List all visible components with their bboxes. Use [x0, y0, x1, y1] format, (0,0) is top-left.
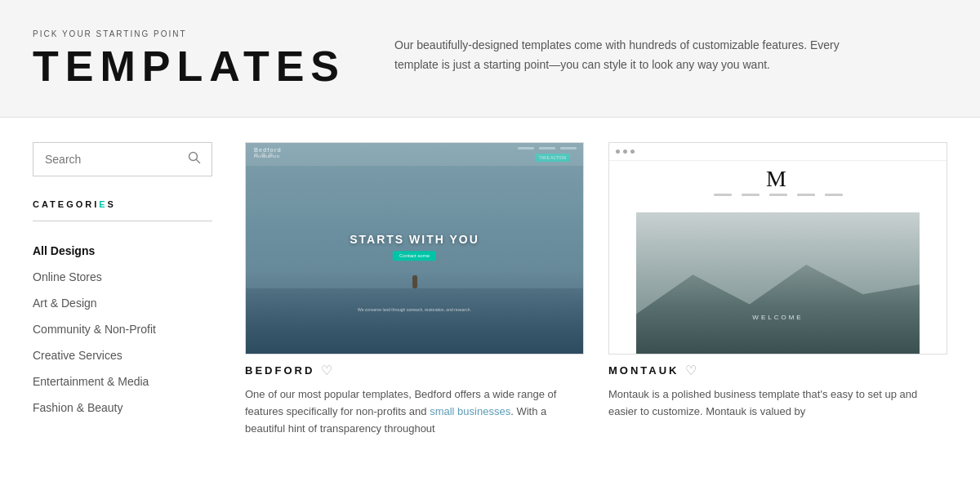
- montauk-nav-bar: [609, 143, 947, 161]
- montauk-nav: [714, 194, 843, 196]
- header-subtitle: PICK YOUR STARTING POINT: [33, 29, 345, 38]
- montauk-name-row: MONTAUK ♡: [608, 363, 947, 378]
- sidebar-item-all-designs[interactable]: All Designs: [33, 238, 212, 264]
- bedford-body-text: We conserve land through outreach, resto…: [279, 307, 549, 314]
- bedford-hero: STARTS WITH YOU Contact some: [350, 233, 479, 261]
- header-description: Our beautifully-designed templates come …: [394, 29, 852, 75]
- template-grid: BedfordFOUNDATION TAKE ACTION STARTS WIT…: [245, 142, 947, 437]
- categories-list: All Designs Online Stores Art & Design C…: [33, 238, 212, 421]
- montauk-description: Montauk is a polished business template …: [608, 386, 947, 421]
- sidebar-item-entertainment[interactable]: Entertainment & Media: [33, 368, 212, 395]
- montauk-mountains: [636, 255, 920, 354]
- bedford-reflection: [246, 288, 583, 354]
- header-left: PICK YOUR STARTING POINT TEMPLATES: [33, 29, 345, 87]
- bedford-name-row: BEDFORD ♡: [245, 363, 584, 378]
- main-content: CATEGORIES All Designs Online Stores Art…: [0, 118, 980, 462]
- search-box[interactable]: [33, 142, 212, 176]
- page-title: TEMPLATES: [33, 45, 345, 87]
- montauk-logo: M: [766, 166, 790, 192]
- bedford-hero-title: STARTS WITH YOU: [350, 233, 479, 246]
- montauk-preview[interactable]: M WELCOME: [608, 142, 947, 355]
- sidebar-item-community[interactable]: Community & Non-Profit: [33, 316, 212, 342]
- sidebar-divider: [33, 221, 212, 221]
- search-input[interactable]: [45, 153, 188, 166]
- search-icon[interactable]: [188, 151, 201, 167]
- sidebar: CATEGORIES All Designs Online Stores Art…: [33, 142, 212, 437]
- bedford-favorite-icon[interactable]: ♡: [321, 363, 332, 378]
- montauk-welcome: WELCOME: [752, 314, 803, 321]
- m-nav-1: [714, 194, 732, 196]
- svg-line-1: [197, 160, 200, 163]
- montauk-name: MONTAUK: [608, 364, 679, 377]
- mdot1: [616, 149, 620, 154]
- m-nav-5: [825, 194, 843, 196]
- bedford-link[interactable]: small businesses: [430, 405, 510, 417]
- bedford-figure: [412, 275, 417, 288]
- sidebar-item-art-design[interactable]: Art & Design: [33, 290, 212, 316]
- categories-label: CATEGORIES: [33, 199, 212, 209]
- bedford-name: BEDFORD: [245, 364, 314, 377]
- montauk-image: WELCOME: [636, 212, 920, 354]
- bedford-hero-btn[interactable]: Contact some: [393, 251, 436, 261]
- categories-highlight: E: [99, 199, 107, 209]
- m-nav-3: [769, 194, 787, 196]
- bedford-description: One of our most popular templates, Bedfo…: [245, 386, 584, 437]
- mdot2: [623, 149, 627, 154]
- template-card-bedford: BedfordFOUNDATION TAKE ACTION STARTS WIT…: [245, 142, 584, 437]
- m-nav-2: [742, 194, 760, 196]
- m-nav-4: [797, 194, 815, 196]
- bedford-preview[interactable]: BedfordFOUNDATION TAKE ACTION STARTS WIT…: [245, 142, 584, 355]
- sidebar-item-creative[interactable]: Creative Services: [33, 342, 212, 368]
- page-header: PICK YOUR STARTING POINT TEMPLATES Our b…: [0, 0, 980, 118]
- montauk-favorite-icon[interactable]: ♡: [685, 363, 697, 378]
- template-card-montauk: M WELCOME MONTAUK ♡ Montauk is a polishe…: [608, 142, 947, 437]
- sidebar-item-online-stores[interactable]: Online Stores: [33, 264, 212, 290]
- sidebar-item-fashion[interactable]: Fashion & Beauty: [33, 395, 212, 421]
- mdot3: [630, 149, 635, 154]
